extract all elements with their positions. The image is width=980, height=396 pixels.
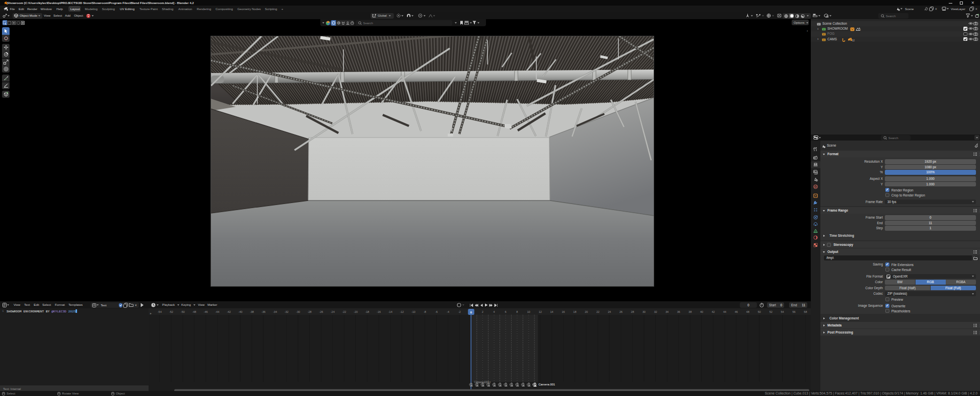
svg-text:40: 40 xyxy=(700,310,703,313)
svg-text:-4: -4 xyxy=(447,310,449,313)
svg-text:-42: -42 xyxy=(227,310,231,313)
svg-text:54: 54 xyxy=(781,310,784,313)
svg-text:14: 14 xyxy=(550,310,553,313)
svg-text:6: 6 xyxy=(505,310,506,313)
svg-text:-22: -22 xyxy=(342,310,346,313)
svg-text:-2: -2 xyxy=(458,310,461,313)
svg-text:-44: -44 xyxy=(216,310,220,313)
svg-text:36: 36 xyxy=(677,310,680,313)
svg-text:48: 48 xyxy=(746,310,749,313)
svg-text:Camera.018: Camera.018 xyxy=(476,381,491,384)
svg-text:32: 32 xyxy=(654,310,657,313)
svg-text:-46: -46 xyxy=(204,310,208,313)
svg-text:-36: -36 xyxy=(261,310,265,313)
svg-text:-6: -6 xyxy=(435,310,438,313)
svg-text:46: 46 xyxy=(735,310,738,313)
svg-text:18: 18 xyxy=(573,310,576,313)
svg-text:34: 34 xyxy=(666,310,669,313)
svg-text:-32: -32 xyxy=(285,310,289,313)
svg-text:-34: -34 xyxy=(273,310,277,313)
svg-text:-50: -50 xyxy=(181,310,185,313)
svg-text:-48: -48 xyxy=(192,310,196,313)
svg-text:42: 42 xyxy=(712,310,715,313)
svg-text:-28: -28 xyxy=(308,310,312,313)
svg-text:-38: -38 xyxy=(250,310,254,313)
svg-text:-52: -52 xyxy=(169,310,173,313)
svg-text:-16: -16 xyxy=(377,310,381,313)
svg-text:-14: -14 xyxy=(388,310,392,313)
svg-text:-8: -8 xyxy=(424,310,426,313)
svg-text:12: 12 xyxy=(539,310,542,313)
svg-text:26: 26 xyxy=(619,310,622,313)
svg-text:-18: -18 xyxy=(365,310,369,313)
svg-text:56: 56 xyxy=(792,310,795,313)
svg-text:50: 50 xyxy=(758,310,761,313)
svg-text:Camera.001: Camera.001 xyxy=(538,383,555,386)
svg-text:-30: -30 xyxy=(296,310,300,313)
svg-text:38: 38 xyxy=(688,310,691,313)
svg-text:-54: -54 xyxy=(158,310,162,313)
svg-text:16: 16 xyxy=(562,310,565,313)
svg-text:30: 30 xyxy=(643,310,646,313)
svg-text:28: 28 xyxy=(631,310,634,313)
svg-text:20: 20 xyxy=(585,310,588,313)
svg-text:-12: -12 xyxy=(400,310,404,313)
svg-text:2: 2 xyxy=(482,310,483,313)
svg-text:44: 44 xyxy=(723,310,726,313)
svg-text:-20: -20 xyxy=(354,310,358,313)
svg-text:24: 24 xyxy=(608,310,611,313)
svg-text:4: 4 xyxy=(494,310,495,313)
svg-text:52: 52 xyxy=(769,310,773,313)
svg-text:8: 8 xyxy=(516,310,518,313)
svg-text:22: 22 xyxy=(596,310,599,313)
svg-text:-10: -10 xyxy=(411,310,415,313)
svg-text:-40: -40 xyxy=(238,310,242,313)
svg-text:58: 58 xyxy=(804,310,807,313)
svg-text:-24: -24 xyxy=(331,310,335,313)
svg-text:10: 10 xyxy=(527,310,530,313)
svg-text:-26: -26 xyxy=(319,310,323,313)
